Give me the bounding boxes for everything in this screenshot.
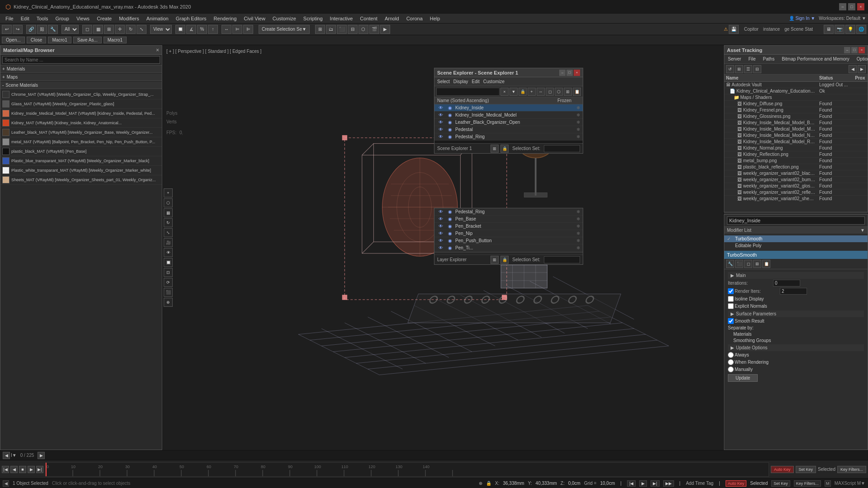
render-iters-input[interactable]: [780, 288, 807, 295]
prev-frame-btn[interactable]: ◀: [3, 452, 10, 459]
camera-button[interactable]: 📷: [835, 25, 844, 34]
se1-list-item[interactable]: 👁 ◉ Pedestal_Ring ❄: [434, 133, 583, 141]
timeline-playhead[interactable]: [46, 463, 47, 476]
macro1a-button[interactable]: Macro1: [48, 37, 71, 43]
render-setup-button[interactable]: 🎬: [369, 25, 379, 34]
asset-row[interactable]: 🖼 weekly_organizer_variant02_black_diffu…: [724, 170, 868, 177]
layer-manager-button[interactable]: ⊞: [315, 25, 325, 34]
mod-icon-3[interactable]: ◻: [744, 260, 752, 268]
asset-row[interactable]: 🖼 weekly_organizer_variant02_reflect.png…: [724, 189, 868, 196]
update-button[interactable]: Update: [728, 374, 758, 382]
tweak-btn-9[interactable]: ⊡: [164, 268, 173, 277]
asset-col-name[interactable]: Name: [724, 75, 817, 82]
asset-row[interactable]: 🖼 Kidney_Inside_Medical_Model_Metallic.p…: [724, 126, 868, 132]
asset-row[interactable]: 🖼 Kidney_Inside_Medical_Model_BaseColor.…: [724, 120, 868, 126]
se1-close[interactable]: ×: [574, 70, 580, 76]
percent-snap-button[interactable]: %: [197, 25, 207, 34]
se1-tb-btn8[interactable]: ⊞: [564, 88, 572, 96]
se1-tb-btn7[interactable]: ⬡: [555, 88, 563, 96]
tweak-btn-5[interactable]: ⤡: [164, 228, 173, 237]
at-tb-resize2[interactable]: ▶: [858, 65, 866, 73]
asset-row[interactable]: 🖼 Kidney_Normal.png Found: [724, 145, 868, 151]
material-item[interactable]: plastic_black_MAT (VRayMtl) [Pen_Base]: [0, 147, 162, 156]
material-browser-close[interactable]: ×: [156, 47, 159, 53]
maxscript-btn[interactable]: M: [825, 480, 831, 487]
sign-in-button[interactable]: 👤 Sign In ▼: [789, 16, 816, 21]
maps-section-header[interactable]: + Maps: [0, 74, 162, 81]
asset-row[interactable]: 🖼 weekly_organizer_variant02_gloss.png F…: [724, 183, 868, 189]
menu-edit[interactable]: Edit: [17, 15, 33, 22]
se2-selection-set-input[interactable]: [544, 256, 580, 263]
modifier-turbosmooth[interactable]: ✓ TurboSmooth: [724, 235, 868, 242]
tweak-btn-2[interactable]: ⬡: [164, 198, 173, 207]
asset-col-status[interactable]: Status: [817, 75, 853, 82]
auto-key-status-btn[interactable]: Auto Key: [726, 480, 747, 487]
se1-tb-btn9[interactable]: 📋: [573, 88, 581, 96]
material-editor-button[interactable]: ⬡: [359, 25, 368, 34]
material-item[interactable]: Plastic_white_transparant_MAT (VRayMtl) …: [0, 166, 162, 175]
se1-tb-btn3[interactable]: 🔒: [519, 88, 527, 96]
tweak-btn-8[interactable]: 🔲: [164, 258, 173, 267]
create-selection-button[interactable]: Create Selection Se▼: [259, 25, 310, 34]
asset-row[interactable]: 🖼 Kidney_Inside_Medical_Model_Roughness.…: [724, 139, 868, 145]
redo-button[interactable]: ↪: [13, 25, 23, 34]
graph-button[interactable]: ⬛: [337, 25, 347, 34]
mirror-button[interactable]: ↔: [222, 25, 231, 34]
asset-tracking-minimize[interactable]: –: [844, 47, 850, 53]
save-as-macro-button[interactable]: Save As...: [73, 37, 102, 43]
menu-modifiers[interactable]: Modifiers: [115, 15, 143, 22]
material-item[interactable]: Leather_black_MAT (VRayMtl) [Weekly_Orga…: [0, 128, 162, 137]
se2-list-item[interactable]: 👁 ◉ Pen_Bracket ❄: [434, 223, 583, 230]
mod-icon-5[interactable]: 📋: [762, 260, 770, 268]
asset-row[interactable]: 🖼 weekly_organizer_variant02_bump.png Fo…: [724, 177, 868, 183]
at-tb-btn1[interactable]: ↺: [726, 65, 734, 73]
asset-row[interactable]: 🖼 plastic_black_reflection.png Found: [724, 164, 868, 170]
se1-menu-select[interactable]: Select: [437, 79, 450, 84]
menu-create[interactable]: Create: [93, 15, 115, 22]
key-filters-btn[interactable]: Key Filters...: [837, 466, 866, 473]
se1-footer-btn2[interactable]: 🔒: [500, 145, 509, 153]
menu-arnold[interactable]: Arnold: [381, 15, 403, 22]
asset-row[interactable]: 📄 Kidney_Clinical_Anatomy_Educational_ma…: [724, 88, 868, 94]
asset-row[interactable]: 🖼 Kidney_Fresnel.png Found: [724, 107, 868, 113]
se1-tb-btn1[interactable]: ×: [500, 88, 509, 96]
update-options-header[interactable]: ▶ Update Options: [728, 344, 864, 351]
material-item[interactable]: Plastic_blue_transparant_MAT (VRayMtl) […: [0, 156, 162, 166]
scene-explorer-button[interactable]: 🗂: [326, 25, 336, 34]
asset-row[interactable]: 🏛 Autodesk Vault Logged Out ...: [724, 82, 868, 88]
se2-list-item[interactable]: 👁 ◉ Pen_Base ❄: [434, 216, 583, 223]
light-button[interactable]: 💡: [845, 25, 855, 34]
se2-list-item[interactable]: 👁 ◉ Pen_Ti... ❄: [434, 244, 583, 252]
se1-minimize[interactable]: –: [559, 70, 566, 76]
menu-corona[interactable]: Corona: [403, 15, 426, 22]
mod-icon-4[interactable]: ⊞: [753, 260, 761, 268]
menu-civil-view[interactable]: Civil View: [240, 15, 269, 22]
at-file-tab[interactable]: File: [746, 56, 757, 62]
se1-tb-btn6[interactable]: ◻: [546, 88, 554, 96]
se1-tb-btn5[interactable]: ↔: [537, 88, 545, 96]
menu-graph-editors[interactable]: Graph Editors: [172, 15, 210, 22]
asset-tracking-close[interactable]: ×: [859, 47, 865, 53]
asset-tracking-maximize[interactable]: □: [851, 47, 858, 53]
view-dropdown[interactable]: View: [150, 25, 172, 34]
close-macro-button[interactable]: Close: [27, 37, 47, 43]
se2-list-item[interactable]: 👁 ◉ Pedestal_Ring ❄: [434, 208, 583, 216]
key-filters-status-btn[interactable]: Key Filters...: [794, 480, 821, 487]
se2-list-item[interactable]: 👁 ◉ Pen_Push_Button ❄: [434, 237, 583, 244]
quick-render-button[interactable]: ▶: [380, 25, 390, 34]
asset-row[interactable]: 🖼 Kidney_Diffuse.png Found: [724, 101, 868, 107]
spinner-snap-button[interactable]: ↑: [208, 25, 218, 34]
when-rendering-radio[interactable]: [728, 359, 734, 365]
snap-button[interactable]: 🔲: [175, 25, 185, 34]
se1-list-item[interactable]: 👁 ◉ Leather_Black_Organizer_Open ❄: [434, 119, 583, 126]
se2-footer-btn1[interactable]: ⊞: [491, 256, 499, 264]
close-button[interactable]: ×: [857, 3, 864, 10]
minimize-button[interactable]: –: [839, 3, 846, 10]
next-key-btn[interactable]: ▶|: [651, 480, 659, 487]
quick-align-button[interactable]: ⊫: [243, 25, 253, 34]
bind-button[interactable]: 🔧: [48, 25, 58, 34]
smooth-result-checkbox[interactable]: [728, 318, 734, 324]
se1-menu-display[interactable]: Display: [453, 79, 468, 84]
macro1b-button[interactable]: Macro1: [104, 37, 127, 43]
main-section-header[interactable]: ▶ Main: [728, 272, 864, 279]
